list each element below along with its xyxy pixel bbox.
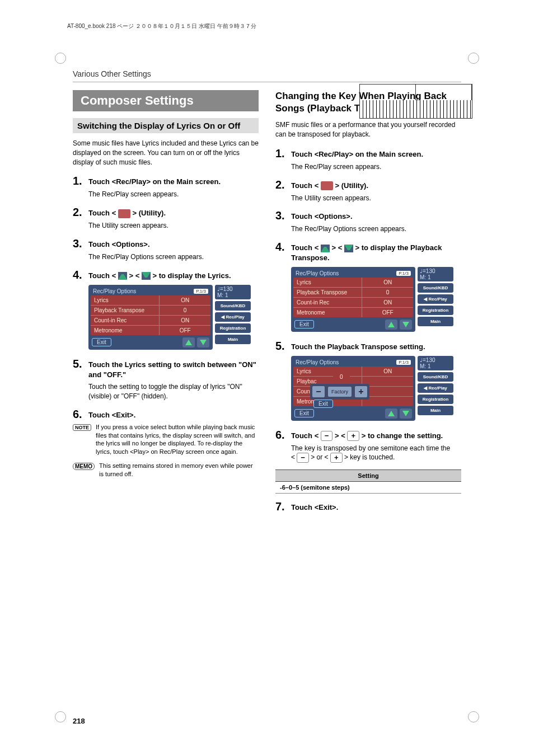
side-button-main[interactable]: Main: [418, 406, 453, 415]
down-button[interactable]: [197, 337, 209, 348]
chapter-rule: [73, 82, 461, 82]
side-button-recplay[interactable]: ◀ Rec/Play: [215, 312, 251, 322]
step-body: The Rec/Play screen appears.: [291, 162, 461, 172]
option-label: Lyrics: [293, 367, 362, 376]
option-label: Lyrics: [293, 278, 362, 287]
page-number: 218: [73, 717, 85, 725]
side-button-main[interactable]: Main: [418, 317, 453, 326]
step-title: Touch < − > < + > to change the setting.: [291, 429, 443, 442]
utility-icon: [118, 209, 130, 218]
side-button-main[interactable]: Main: [215, 335, 251, 344]
page-indicator: P.1/3: [396, 271, 411, 276]
option-label: Metronome: [293, 308, 362, 317]
option-value[interactable]: ON: [159, 295, 210, 305]
step-body: The Rec/Play Options screen appears.: [88, 252, 259, 262]
down-button[interactable]: [400, 408, 412, 419]
step-number: 6.: [73, 408, 88, 421]
step-number: 6.: [275, 429, 291, 442]
step-number: 7.: [275, 500, 291, 513]
option-value[interactable]: 0: [159, 306, 210, 315]
step-body: The Utility screen appears.: [291, 194, 461, 203]
option-value[interactable]: OFF: [362, 308, 413, 317]
step-number: 5.: [275, 340, 291, 353]
up-button[interactable]: [385, 320, 397, 330]
side-button-sound[interactable]: Sound/KBD: [215, 301, 251, 311]
side-button-sound[interactable]: Sound/KBD: [418, 372, 453, 382]
step-title: Touch <Options>.: [88, 237, 150, 250]
step-body: The key is transposed by one semitone ea…: [291, 444, 461, 463]
option-value[interactable]: ON: [159, 316, 210, 325]
step-title: Touch < > < > to display the Playback Tr…: [291, 241, 461, 263]
step-title: Touch <Options>.: [291, 209, 353, 222]
option-label: Lyrics: [91, 295, 159, 305]
option-value[interactable]: ON: [362, 278, 413, 287]
step-number: 5.: [73, 358, 88, 370]
down-arrow-icon: [344, 245, 353, 252]
step-title: Touch <Exit>.: [88, 408, 135, 420]
side-button-recplay[interactable]: ◀ Rec/Play: [418, 383, 453, 393]
exit-button[interactable]: Exit: [92, 338, 111, 346]
step-title: Touch the Lyrics setting to switch betwe…: [88, 358, 259, 380]
minus-key-icon: −: [297, 453, 309, 463]
step-title: Touch < > (Utility).: [88, 206, 166, 218]
exit-button[interactable]: Exit: [294, 320, 314, 328]
right-column: Changing the Key When Playing Back Songs…: [275, 90, 461, 515]
side-button-registration[interactable]: Registration: [418, 306, 453, 315]
memo-badge: MEMO: [73, 463, 95, 470]
step-title: Touch <Rec/Play> on the Main screen.: [291, 147, 423, 159]
step-number: 1.: [73, 175, 88, 187]
crop-mark-icon: [468, 711, 479, 722]
keyboard-illustration: [359, 84, 472, 119]
step-number: 1.: [275, 147, 291, 160]
subsection-heading: Switching the Display of Lyrics On or Of…: [73, 118, 259, 133]
exit-button[interactable]: Exit: [294, 409, 314, 417]
option-value[interactable]: 0: [362, 288, 413, 297]
rec-play-options-screenshot: Rec/Play Options P.1/3 LyricsON Playback…: [291, 267, 453, 332]
left-column: Composer Settings Switching the Display …: [73, 90, 259, 515]
option-value[interactable]: ON: [362, 367, 413, 376]
page-indicator: P.1/3: [194, 289, 208, 294]
side-button-sound[interactable]: Sound/KBD: [418, 283, 453, 293]
minus-key-icon: −: [321, 431, 333, 441]
step-title: Touch < > < > to display the Lyrics.: [88, 269, 231, 281]
setting-header: Setting: [275, 470, 461, 482]
down-button[interactable]: [400, 320, 412, 330]
up-arrow-icon: [118, 272, 127, 280]
side-button-registration[interactable]: Registration: [418, 395, 453, 404]
step-body: Touch the setting to toggle the display …: [88, 382, 259, 401]
memo-text: This setting remains stored in memory ev…: [99, 462, 259, 478]
step-title: Touch < > (Utility).: [291, 179, 368, 191]
screen-title: Rec/Play Options: [296, 359, 339, 365]
rec-play-options-popup-screenshot: Rec/Play Options P.1/3 LyricsON Playbac …: [291, 356, 453, 421]
popup-value: 0: [333, 373, 350, 381]
screen-title: Rec/Play Options: [93, 288, 136, 294]
option-label: Playback Transpose: [91, 306, 159, 315]
popup-exit-button[interactable]: Exit: [313, 400, 333, 408]
side-button-recplay[interactable]: ◀ Rec/Play: [418, 294, 453, 304]
tempo-display: ♩=130M: 1: [418, 356, 453, 370]
up-button[interactable]: [385, 408, 397, 419]
option-value[interactable]: OFF: [159, 326, 210, 335]
step-title: Touch the Playback Transpose setting.: [291, 340, 425, 352]
option-label: Count-in Rec: [91, 316, 159, 325]
step-number: 3.: [73, 237, 88, 250]
plus-key-icon: +: [330, 453, 343, 463]
minus-button[interactable]: −: [312, 386, 325, 397]
up-button[interactable]: [182, 337, 195, 348]
plus-key-icon: +: [347, 431, 359, 441]
tempo-display: ♩=130M: 1: [215, 285, 251, 299]
crop-mark-icon: [55, 711, 66, 722]
option-label: Playback Transpose: [293, 288, 362, 297]
step-body: The Rec/Play screen appears.: [88, 190, 259, 199]
step-number: 2.: [275, 179, 291, 191]
note-badge: NOTE: [73, 424, 91, 431]
side-button-registration[interactable]: Registration: [215, 323, 251, 333]
factory-button[interactable]: Factory: [328, 387, 352, 397]
step-title: Touch <Rec/Play> on the Main screen.: [88, 175, 221, 187]
option-value[interactable]: [362, 397, 413, 406]
option-value[interactable]: [362, 377, 413, 386]
step-title: Touch <Exit>.: [291, 500, 338, 513]
option-value[interactable]: ON: [362, 298, 413, 307]
crop-mark-icon: [468, 53, 479, 64]
plus-button[interactable]: +: [355, 386, 367, 397]
